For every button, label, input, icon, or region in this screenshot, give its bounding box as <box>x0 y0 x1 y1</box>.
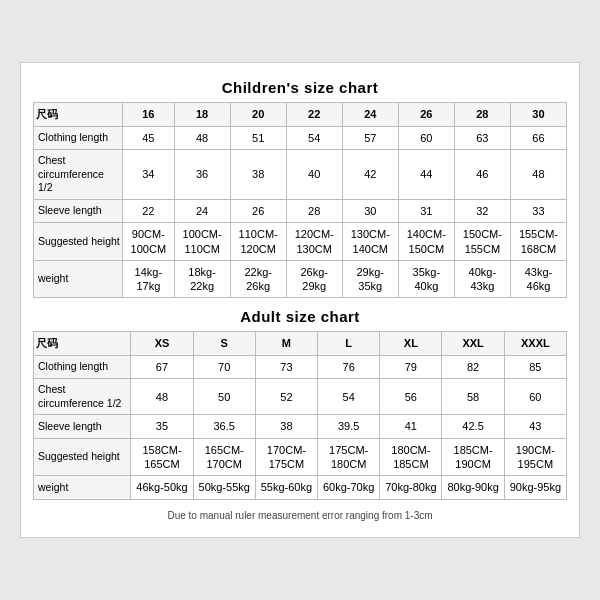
cell-4: 41 <box>380 415 442 438</box>
col-header-XXXL: XXXL <box>504 332 566 355</box>
cell-2: 55kg-60kg <box>255 476 317 499</box>
table-row: Suggested height90CM-100CM100CM-110CM110… <box>34 223 567 261</box>
cell-0: 46kg-50kg <box>131 476 193 499</box>
col-header-XL: XL <box>380 332 442 355</box>
col-header-M: M <box>255 332 317 355</box>
cell-3: 28 <box>286 199 342 222</box>
col-header-28: 28 <box>454 103 510 126</box>
col-header-24: 24 <box>342 103 398 126</box>
cell-7: 43kg-46kg <box>510 260 566 298</box>
adult-table: 尺码XSSMLXLXXLXXXL Clothing length67707376… <box>33 331 567 499</box>
measurement-note: Due to manual ruler measurement error ra… <box>33 510 567 521</box>
cell-4: 70kg-80kg <box>380 476 442 499</box>
cell-5: 60 <box>398 126 454 149</box>
row-label: Clothing length <box>34 355 131 378</box>
row-label: weight <box>34 476 131 499</box>
cell-7: 66 <box>510 126 566 149</box>
cell-6: 90kg-95kg <box>504 476 566 499</box>
table-row: Chest circumference 1/248505254565860 <box>34 379 567 415</box>
row-label: Suggested height <box>34 223 123 261</box>
cell-7: 155CM-168CM <box>510 223 566 261</box>
cell-5: 82 <box>442 355 504 378</box>
cell-0: 14kg-17kg <box>123 260 175 298</box>
cell-6: 32 <box>454 199 510 222</box>
cell-0: 90CM-100CM <box>123 223 175 261</box>
cell-3: 54 <box>286 126 342 149</box>
cell-5: 35kg-40kg <box>398 260 454 298</box>
col-header-22: 22 <box>286 103 342 126</box>
cell-3: 175CM-180CM <box>318 438 380 476</box>
adult-section-title: Adult size chart <box>33 308 567 325</box>
cell-6: 150CM-155CM <box>454 223 510 261</box>
col-header-L: L <box>318 332 380 355</box>
cell-2: 38 <box>230 150 286 200</box>
row-label: Clothing length <box>34 126 123 149</box>
cell-7: 48 <box>510 150 566 200</box>
cell-6: 85 <box>504 355 566 378</box>
cell-2: 110CM-120CM <box>230 223 286 261</box>
cell-0: 158CM-165CM <box>131 438 193 476</box>
size-chart-card: Children's size chart 尺码1618202224262830… <box>20 62 580 537</box>
cell-3: 54 <box>318 379 380 415</box>
row-label: Sleeve length <box>34 415 131 438</box>
cell-3: 60kg-70kg <box>318 476 380 499</box>
cell-4: 42 <box>342 150 398 200</box>
col-header-30: 30 <box>510 103 566 126</box>
cell-4: 29kg-35kg <box>342 260 398 298</box>
cell-1: 165CM-170CM <box>193 438 255 476</box>
cell-5: 42.5 <box>442 415 504 438</box>
cell-2: 26 <box>230 199 286 222</box>
col-header-XXL: XXL <box>442 332 504 355</box>
cell-1: 100CM-110CM <box>174 223 230 261</box>
cell-3: 39.5 <box>318 415 380 438</box>
row-label: weight <box>34 260 123 298</box>
cell-0: 48 <box>131 379 193 415</box>
table-row: Clothing length67707376798285 <box>34 355 567 378</box>
cell-5: 58 <box>442 379 504 415</box>
col-header-20: 20 <box>230 103 286 126</box>
cell-4: 180CM-185CM <box>380 438 442 476</box>
table-row: Clothing length4548515457606366 <box>34 126 567 149</box>
children-table: 尺码1618202224262830 Clothing length454851… <box>33 102 567 298</box>
cell-3: 40 <box>286 150 342 200</box>
cell-1: 70 <box>193 355 255 378</box>
cell-5: 140CM-150CM <box>398 223 454 261</box>
cell-0: 22 <box>123 199 175 222</box>
cell-1: 50kg-55kg <box>193 476 255 499</box>
cell-0: 34 <box>123 150 175 200</box>
cell-1: 36.5 <box>193 415 255 438</box>
table-row: Sleeve length2224262830313233 <box>34 199 567 222</box>
cell-6: 190CM-195CM <box>504 438 566 476</box>
cell-6: 63 <box>454 126 510 149</box>
cell-2: 38 <box>255 415 317 438</box>
cell-2: 170CM-175CM <box>255 438 317 476</box>
col-header-16: 16 <box>123 103 175 126</box>
table-row: Chest circumference 1/23436384042444648 <box>34 150 567 200</box>
cell-4: 130CM-140CM <box>342 223 398 261</box>
cell-2: 22kg-26kg <box>230 260 286 298</box>
cell-5: 185CM-190CM <box>442 438 504 476</box>
cell-4: 57 <box>342 126 398 149</box>
row-label: Chest circumference 1/2 <box>34 379 131 415</box>
cell-1: 24 <box>174 199 230 222</box>
cell-5: 31 <box>398 199 454 222</box>
cell-2: 73 <box>255 355 317 378</box>
cell-1: 36 <box>174 150 230 200</box>
cell-6: 43 <box>504 415 566 438</box>
table-row: Sleeve length3536.53839.54142.543 <box>34 415 567 438</box>
cell-0: 45 <box>123 126 175 149</box>
cell-4: 79 <box>380 355 442 378</box>
row-label: Suggested height <box>34 438 131 476</box>
cell-6: 46 <box>454 150 510 200</box>
cell-2: 52 <box>255 379 317 415</box>
table-row: weight46kg-50kg50kg-55kg55kg-60kg60kg-70… <box>34 476 567 499</box>
row-label: Sleeve length <box>34 199 123 222</box>
table-row: weight14kg-17kg18kg-22kg22kg-26kg26kg-29… <box>34 260 567 298</box>
cell-0: 35 <box>131 415 193 438</box>
row-label: Chest circumference 1/2 <box>34 150 123 200</box>
cell-3: 76 <box>318 355 380 378</box>
children-section-title: Children's size chart <box>33 79 567 96</box>
cell-1: 50 <box>193 379 255 415</box>
cell-5: 80kg-90kg <box>442 476 504 499</box>
col-header-XS: XS <box>131 332 193 355</box>
